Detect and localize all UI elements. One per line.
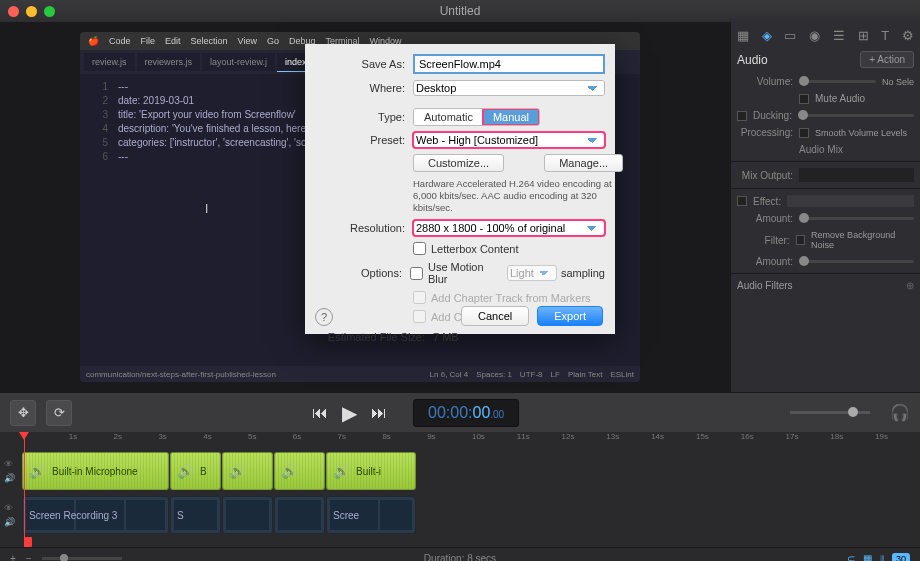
resolution-label: Resolution: bbox=[315, 222, 405, 234]
bottom-bar: + − Duration: 8 secs ⊂ ▦ ⫴ 30 bbox=[0, 547, 920, 561]
filter-amount-slider[interactable] bbox=[799, 260, 914, 263]
chapter-checkbox bbox=[413, 291, 426, 304]
options-label: Options: bbox=[315, 267, 402, 279]
fps-badge[interactable]: 30 bbox=[892, 553, 910, 562]
pointer-tool-button[interactable]: ✥ bbox=[10, 400, 36, 426]
scrub-handle[interactable] bbox=[24, 537, 32, 547]
timeline[interactable]: 1s2s3s4s5s6s7s8s9s10s11s12s13s14s15s16s1… bbox=[0, 432, 920, 547]
filesize-value: 7 MB bbox=[433, 331, 459, 343]
type-automatic-button[interactable]: Automatic bbox=[414, 109, 483, 125]
preview-zoom-slider[interactable] bbox=[790, 411, 870, 414]
manage-button[interactable]: Manage... bbox=[544, 154, 623, 172]
type-manual-button[interactable]: Manual bbox=[483, 109, 539, 125]
effect-amount-slider[interactable] bbox=[799, 217, 914, 220]
preset-label: Preset: bbox=[315, 134, 405, 146]
mix-output-select[interactable] bbox=[799, 168, 914, 182]
add-filter-icon[interactable]: ⊕ bbox=[906, 280, 914, 291]
playhead[interactable] bbox=[24, 432, 25, 547]
callout-tab-icon[interactable]: ◉ bbox=[809, 28, 820, 43]
video-clip[interactable]: Scree bbox=[326, 496, 416, 534]
next-button[interactable]: ⏭ bbox=[371, 404, 387, 422]
window-titlebar: Untitled bbox=[0, 0, 920, 22]
waveform-icon[interactable]: ⫴ bbox=[880, 553, 884, 562]
sampling-select: Light bbox=[507, 265, 557, 281]
export-button[interactable]: Export bbox=[537, 306, 603, 326]
prev-button[interactable]: ⏮ bbox=[312, 404, 328, 422]
snap-icon[interactable]: ⊂ bbox=[847, 553, 855, 561]
timeline-toolbar: ✥ ⟳ ⏮ ▶ ⏭ 00:00:00.00 🎧 bbox=[0, 392, 920, 432]
mute-checkbox[interactable] bbox=[799, 94, 809, 104]
smooth-checkbox[interactable] bbox=[799, 128, 809, 138]
audio-track[interactable]: 👁🔊 🔊Built-in Microphone🔊B🔊🔊🔊Built-i bbox=[0, 450, 920, 492]
track-visibility-icon[interactable]: 👁 bbox=[4, 503, 22, 513]
crop-tool-button[interactable]: ⟳ bbox=[46, 400, 72, 426]
audio-clip[interactable]: 🔊 bbox=[274, 452, 325, 490]
video-tab-icon[interactable]: ▦ bbox=[737, 28, 749, 43]
track-visibility-icon[interactable]: 👁 bbox=[4, 459, 22, 469]
timecode-display[interactable]: 00:00:00.00 bbox=[413, 399, 519, 427]
video-clip[interactable] bbox=[274, 496, 325, 534]
customize-button[interactable]: Customize... bbox=[413, 154, 504, 172]
track-mute-icon[interactable]: 🔊 bbox=[4, 517, 22, 527]
annotations-tab-icon[interactable]: ⊞ bbox=[858, 28, 869, 43]
audio-tab-icon[interactable]: ◈ bbox=[762, 28, 772, 43]
add-action-button[interactable]: + Action bbox=[860, 51, 914, 68]
ducking-checkbox[interactable] bbox=[737, 111, 747, 121]
letterbox-checkbox[interactable] bbox=[413, 242, 426, 255]
video-clip[interactable] bbox=[222, 496, 273, 534]
media-icon[interactable]: ▦ bbox=[863, 553, 872, 561]
effect-select[interactable] bbox=[787, 195, 914, 207]
play-button[interactable]: ▶ bbox=[342, 401, 357, 425]
settings-tab-icon[interactable]: ⚙ bbox=[902, 28, 914, 43]
text-cursor-icon: I bbox=[205, 202, 208, 216]
screen-tab-icon[interactable]: ▭ bbox=[784, 28, 796, 43]
save-as-input[interactable] bbox=[413, 54, 605, 74]
motion-blur-checkbox[interactable] bbox=[410, 267, 423, 280]
where-select[interactable]: Desktop bbox=[413, 80, 605, 96]
timeline-zoom-slider[interactable] bbox=[42, 557, 122, 560]
preset-select[interactable]: Web - High [Customized] bbox=[413, 132, 605, 148]
add-track-button[interactable]: + bbox=[10, 553, 16, 561]
text-tab-icon[interactable]: T bbox=[881, 28, 889, 43]
audio-clip[interactable]: 🔊B bbox=[170, 452, 221, 490]
volume-slider[interactable] bbox=[799, 80, 876, 83]
resolution-select[interactable]: 2880 x 1800 - 100% of original bbox=[413, 220, 605, 236]
type-label: Type: bbox=[315, 111, 405, 123]
video-clip[interactable]: Screen Recording 3 bbox=[22, 496, 169, 534]
close-window-icon[interactable] bbox=[8, 6, 19, 17]
effect-checkbox[interactable] bbox=[737, 196, 747, 206]
window-title: Untitled bbox=[440, 4, 481, 18]
audio-clip[interactable]: 🔊Built-in Microphone bbox=[22, 452, 169, 490]
captions-checkbox bbox=[413, 310, 426, 323]
encoding-description: Hardware Accelerated H.264 video encodin… bbox=[413, 178, 615, 214]
filesize-label: Estimated File Size: bbox=[315, 331, 425, 343]
zoom-window-icon[interactable] bbox=[44, 6, 55, 17]
touch-tab-icon[interactable]: ☰ bbox=[833, 28, 845, 43]
inspector-panel: ▦ ◈ ▭ ◉ ☰ ⊞ T ⚙ Audio + Action Volume:No… bbox=[730, 22, 920, 392]
minimize-window-icon[interactable] bbox=[26, 6, 37, 17]
track-mute-icon[interactable]: 🔊 bbox=[4, 473, 22, 483]
remove-bg-checkbox[interactable] bbox=[796, 235, 806, 245]
ducking-slider[interactable] bbox=[798, 114, 914, 117]
remove-track-button[interactable]: − bbox=[26, 553, 32, 561]
duration-label: Duration: 8 secs bbox=[424, 553, 496, 561]
panel-title: Audio bbox=[737, 53, 768, 67]
canvas-area[interactable]: 🍎 CodeFileEditSelectionViewGoDebugTermin… bbox=[0, 22, 730, 392]
where-label: Where: bbox=[315, 82, 405, 94]
audio-clip[interactable]: 🔊 bbox=[222, 452, 273, 490]
export-sheet: Save As: Where: Desktop Type: Automatic … bbox=[305, 44, 615, 334]
cancel-button[interactable]: Cancel bbox=[461, 306, 529, 326]
video-track[interactable]: 👁🔊 Screen Recording 3SScree bbox=[0, 494, 920, 536]
video-clip[interactable]: S bbox=[170, 496, 221, 534]
help-button[interactable]: ? bbox=[315, 308, 333, 326]
save-as-label: Save As: bbox=[315, 58, 405, 70]
timeline-ruler[interactable]: 1s2s3s4s5s6s7s8s9s10s11s12s13s14s15s16s1… bbox=[0, 432, 920, 448]
headphones-icon[interactable]: 🎧 bbox=[890, 403, 910, 422]
audio-clip[interactable]: 🔊Built-i bbox=[326, 452, 416, 490]
